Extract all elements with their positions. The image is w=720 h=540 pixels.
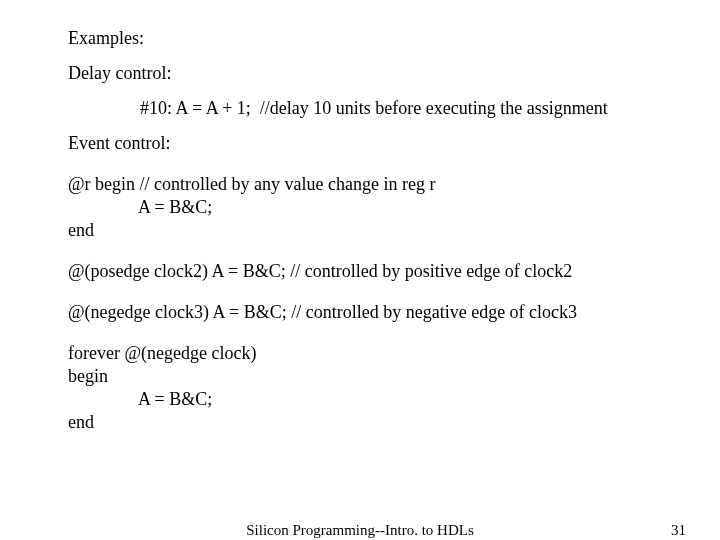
code-r-body: A = B&C; xyxy=(68,197,720,218)
heading-event-control: Event control: xyxy=(68,133,720,154)
code-posedge: @(posedge clock2) A = B&C; // controlled… xyxy=(68,261,720,282)
code-negedge: @(negedge clock3) A = B&C; // controlled… xyxy=(68,302,720,323)
slide-body: Examples: Delay control: #10: A = A + 1;… xyxy=(0,0,720,540)
code-forever-body: A = B&C; xyxy=(68,389,720,410)
code-forever: forever @(negedge clock) xyxy=(68,343,720,364)
code-delay-example: #10: A = A + 1; //delay 10 units before … xyxy=(68,98,720,119)
heading-examples: Examples: xyxy=(68,28,720,49)
footer-title: Silicon Programming--Intro. to HDLs xyxy=(246,522,473,539)
code-forever-end: end xyxy=(68,412,720,433)
code-r-end: end xyxy=(68,220,720,241)
code-r-begin: @r begin // controlled by any value chan… xyxy=(68,174,720,195)
page-number: 31 xyxy=(671,522,686,539)
heading-delay-control: Delay control: xyxy=(68,63,720,84)
code-forever-begin: begin xyxy=(68,366,720,387)
